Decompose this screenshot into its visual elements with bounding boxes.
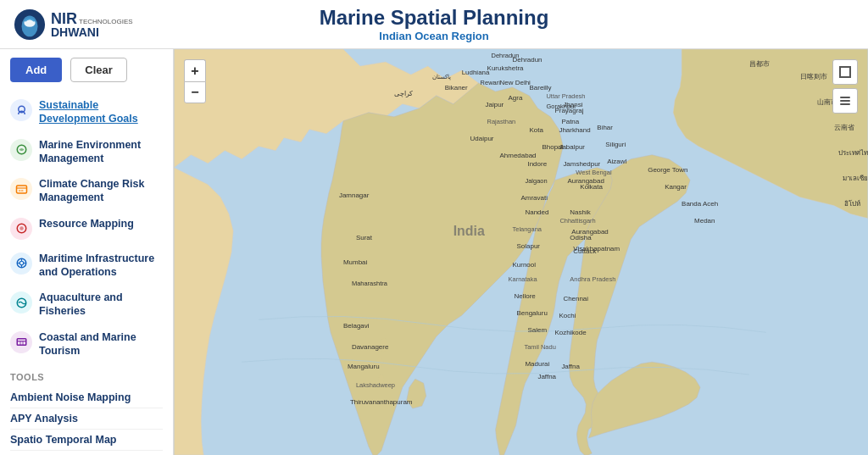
sidebar-item-label-aquaculture: Aquaculture and Fisheries xyxy=(39,291,163,319)
svg-text:Nellore: Nellore xyxy=(515,292,537,300)
logo-area: NIR TECHNOLOGIES DHWANI xyxy=(14,8,133,41)
svg-text:Davanagere: Davanagere xyxy=(352,343,389,351)
sidebar-item-climate[interactable]: Climate Change Risk Management xyxy=(0,171,173,211)
svg-text:Kota: Kota xyxy=(529,126,543,134)
svg-text:Jabalpur: Jabalpur xyxy=(559,143,585,151)
sidebar-item-label-marine-env: Marine Environment Management xyxy=(39,138,163,166)
svg-text:Kurnool: Kurnool xyxy=(513,261,537,269)
clear-button[interactable]: Clear xyxy=(70,58,127,82)
svg-text:Chhattisgarh: Chhattisgarh xyxy=(559,217,595,225)
sidebar-item-label-coastal: Coastal and Marine Tourism xyxy=(39,330,163,358)
svg-text:George Town: George Town xyxy=(648,166,687,174)
svg-text:Maharashtra: Maharashtra xyxy=(352,280,388,287)
svg-text:Udaipur: Udaipur xyxy=(470,135,494,142)
logo-dhwani: DHWANI xyxy=(51,26,133,38)
svg-text:Mangaluru: Mangaluru xyxy=(348,363,380,370)
svg-text:ประเทศไทย: ประเทศไทย xyxy=(838,149,868,157)
svg-text:Jharkhand: Jharkhand xyxy=(559,126,590,134)
svg-text:Nashik: Nashik xyxy=(570,208,590,216)
svg-text:Uttar Pradesh: Uttar Pradesh xyxy=(546,92,585,100)
sidebar-item-label-resource: Resource Mapping xyxy=(39,217,134,230)
sidebar-item-aquaculture[interactable]: Aquaculture and Fisheries xyxy=(0,285,173,325)
map-svg: کراچی پاکستان Jamnagar Surat Mumbai Maha… xyxy=(174,49,868,455)
map-controls-layers xyxy=(832,59,858,114)
svg-text:Solapur: Solapur xyxy=(517,242,541,250)
svg-text:Madurai: Madurai xyxy=(525,360,549,368)
svg-text:Banda Aceh: Banda Aceh xyxy=(682,200,718,208)
svg-text:Rajasthan: Rajasthan xyxy=(487,118,516,125)
svg-text:Rewari: Rewari xyxy=(481,79,501,86)
sidebar-item-resource[interactable]: Resource Mapping xyxy=(0,211,173,246)
zoom-out-button[interactable]: − xyxy=(184,81,206,103)
sidebar-item-sdg[interactable]: Sustainable Development Goals xyxy=(0,92,173,132)
svg-text:Bengaluru: Bengaluru xyxy=(517,309,548,317)
svg-text:Jaipur: Jaipur xyxy=(486,101,504,108)
svg-text:Kozhikode: Kozhikode xyxy=(554,329,587,336)
svg-text:Jaffna: Jaffna xyxy=(561,363,580,370)
map-container: کراچی پاکستان Jamnagar Surat Mumbai Maha… xyxy=(174,49,868,455)
svg-rect-15 xyxy=(17,339,26,346)
svg-text:Mumbai: Mumbai xyxy=(343,258,368,266)
zoom-in-button[interactable]: + xyxy=(184,59,206,81)
svg-text:Siliguri: Siliguri xyxy=(605,141,626,148)
svg-text:Thiruvananthapuram: Thiruvananthapuram xyxy=(350,398,413,406)
add-button[interactable]: Add xyxy=(10,58,62,82)
svg-text:Ahmedabad: Ahmedabad xyxy=(500,152,537,159)
svg-text:Indore: Indore xyxy=(527,160,547,168)
svg-text:Jamnagar: Jamnagar xyxy=(339,191,370,199)
svg-text:Jalgaon: Jalgaon xyxy=(525,177,547,185)
header: NIR TECHNOLOGIES DHWANI Marine Spatial P… xyxy=(0,0,868,49)
layer-stack-button[interactable] xyxy=(832,88,858,114)
svg-text:云南省: 云南省 xyxy=(834,124,854,131)
svg-text:Salem: Salem xyxy=(527,326,547,334)
tools-apy[interactable]: APY Analysis xyxy=(10,408,163,430)
svg-text:Lakshadweep: Lakshadweep xyxy=(356,381,395,389)
sidebar-item-marine-env[interactable]: Marine Environment Management xyxy=(0,132,173,172)
svg-text:New Delhi: New Delhi xyxy=(500,79,531,86)
tools-ambient[interactable]: Ambient Noise Mapping xyxy=(10,387,163,408)
sidebar-item-label-climate: Climate Change Risk Management xyxy=(39,177,163,205)
svg-text:Agra: Agra xyxy=(509,94,523,102)
svg-text:Kolkata: Kolkata xyxy=(580,183,603,191)
svg-text:昌都市: 昌都市 xyxy=(749,60,770,68)
sidebar-item-label-sdg: Sustainable Development Goals xyxy=(39,98,163,126)
svg-text:Jamshedpur: Jamshedpur xyxy=(563,160,600,168)
sidebar-item-maritime[interactable]: Maritime Infrastructure and Operations xyxy=(0,246,173,286)
aquaculture-icon xyxy=(10,291,32,314)
header-title: Marine Spatial Planning Indian Ocean Reg… xyxy=(320,6,549,42)
svg-text:Kochi: Kochi xyxy=(559,312,576,319)
climate-icon xyxy=(10,178,32,200)
svg-text:Tamil Nadu: Tamil Nadu xyxy=(524,343,555,351)
sidebar-buttons: Add Clear xyxy=(0,58,173,92)
svg-text:پاکستان: پاکستان xyxy=(432,74,451,80)
svg-text:อิโปห์: อิโปห์ xyxy=(844,199,860,208)
svg-text:West Bengal: West Bengal xyxy=(576,169,612,176)
svg-text:Medan: Medan xyxy=(694,217,715,225)
logo-icon xyxy=(14,8,46,41)
marine-env-icon xyxy=(10,139,32,161)
sdg-icon xyxy=(10,99,32,121)
svg-text:Kangar: Kangar xyxy=(665,183,687,191)
svg-text:Andhra Pradesh: Andhra Pradesh xyxy=(570,275,615,283)
tools-section: TOOLS Ambient Noise Mapping APY Analysis… xyxy=(0,363,173,454)
map-controls-zoom: + − xyxy=(184,59,206,103)
svg-text:Bikaner: Bikaner xyxy=(445,84,468,92)
svg-text:Amravati: Amravati xyxy=(521,194,548,202)
svg-text:Aizawl: Aizawl xyxy=(607,158,626,165)
layer-square-button[interactable] xyxy=(832,59,858,85)
svg-text:Belagavi: Belagavi xyxy=(343,322,370,330)
svg-text:Karnataka: Karnataka xyxy=(509,275,538,283)
svg-text:Chennai: Chennai xyxy=(563,295,588,302)
main-layout: Add Clear Sustainable Development Goals … xyxy=(0,49,868,455)
sidebar: Add Clear Sustainable Development Goals … xyxy=(0,49,174,455)
map-area[interactable]: کراچی پاکستان Jamnagar Surat Mumbai Maha… xyxy=(174,49,868,455)
svg-rect-100 xyxy=(840,103,850,105)
svg-text:Nanded: Nanded xyxy=(525,208,548,216)
sidebar-item-coastal[interactable]: Coastal and Marine Tourism xyxy=(0,325,173,364)
page-title: Marine Spatial Planning xyxy=(320,6,549,30)
tools-spatio[interactable]: Spatio Temporal Map xyxy=(10,430,163,451)
svg-point-7 xyxy=(19,226,24,230)
layer-square-icon xyxy=(838,65,852,79)
tools-heading: TOOLS xyxy=(10,372,163,382)
svg-text:Surat: Surat xyxy=(356,234,373,241)
